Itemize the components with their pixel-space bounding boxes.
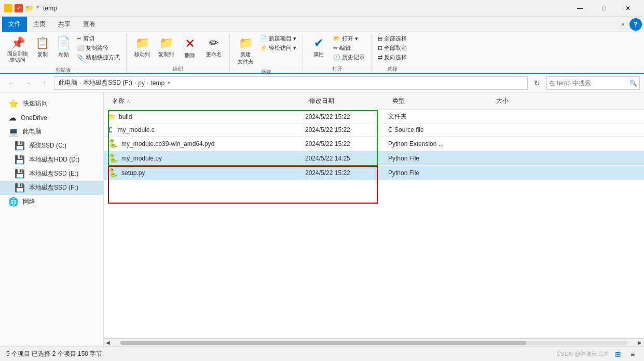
c-file-icon: C	[108, 126, 112, 134]
file-area: 名称 ∧ 修改日期 类型 大小	[104, 92, 644, 346]
sidebar-item-d[interactable]: 💾 本地磁盘HDD (D:)	[0, 153, 103, 167]
ribbon-open-button[interactable]: 📂 打开 ▾	[331, 34, 367, 43]
properties-icon: ✔	[314, 36, 323, 50]
sidebar-item-quickaccess[interactable]: ⭐ 快速访问	[0, 97, 103, 111]
file-date-my-module-py: 2024/5/22 14:25	[305, 155, 388, 162]
file-name-my-module-py: 🐍 my_module.py	[108, 153, 305, 163]
file-row-my-module-pyd[interactable]: 🐍 my_module.cp39-win_amd64.pyd 2024/5/22…	[104, 137, 644, 151]
path-dropdown-arrow[interactable]: ▾	[168, 80, 170, 86]
ribbon-group-organize: 📁 移动到 📁 复制到 ✕ 删除 ✏ 重命名 组织	[131, 34, 230, 73]
sidebar-item-onedrive[interactable]: ☁ OneDrive	[0, 111, 103, 125]
ribbon-invertselect-button[interactable]: ⇄ 反向选择	[376, 53, 409, 62]
menu-file[interactable]: 文件	[2, 17, 27, 32]
ribbon-delete-button[interactable]: ✕ 删除	[179, 34, 201, 61]
c-drive-icon: 💾	[15, 141, 25, 151]
ribbon-rename-button[interactable]: ✏ 重命名	[202, 34, 225, 60]
file-row-setup-py[interactable]: 🐍 setup.py 2024/5/22 15:22 Python File	[104, 166, 644, 180]
menu-share[interactable]: 共享	[52, 17, 77, 32]
ribbon-properties-button[interactable]: ✔ 属性	[307, 34, 330, 60]
d-drive-icon: 💾	[15, 155, 25, 165]
file-name-my-module-c: C my_module.c	[108, 126, 305, 134]
ribbon-new-small: 📄 新建项目 ▾ ⚡ 轻松访问 ▾	[258, 34, 298, 52]
col-name-label: 名称	[112, 97, 125, 105]
rename-icon: ✏	[209, 36, 218, 50]
ribbon-newfolder-button[interactable]: 📁 新建文件夹	[234, 34, 257, 68]
search-box[interactable]: 🔍	[546, 76, 640, 90]
quickaccess-icon: ⭐	[8, 99, 19, 109]
path-part-py: py	[138, 79, 145, 87]
file-date-build: 2024/5/22 15:22	[305, 113, 388, 121]
delete-icon: ✕	[185, 36, 195, 51]
e-drive-icon: 💾	[15, 169, 25, 179]
menu-home[interactable]: 主页	[27, 17, 52, 32]
menu-view[interactable]: 查看	[77, 17, 102, 32]
sidebar-item-c[interactable]: 💾 系统SSD (C:)	[0, 139, 103, 153]
maximize-button[interactable]: □	[592, 0, 616, 17]
col-size-header[interactable]: 大小	[492, 95, 533, 108]
sidebar-item-e-label: 本地磁盘SSD (E:)	[29, 169, 78, 178]
address-path[interactable]: 此电脑 › 本地磁盘SSD (F:) › py › temp ▾	[54, 76, 528, 90]
hscroll-right-arrow[interactable]: ▶	[636, 339, 644, 347]
sidebar-item-c-label: 系统SSD (C:)	[29, 141, 66, 150]
ribbon-group-new-content: 📁 新建文件夹 📄 新建项目 ▾ ⚡ 轻松访问 ▾	[234, 34, 298, 68]
title-icon-folder	[4, 4, 12, 12]
ribbon-paste-shortcut-button[interactable]: 📎 粘贴快捷方式	[75, 53, 122, 62]
col-type-label: 类型	[392, 97, 405, 105]
ribbon-copyto-button[interactable]: 📁 复制到	[155, 34, 177, 60]
ribbon-moveto-button[interactable]: 📁 移动到	[131, 34, 154, 60]
copy-icon: 📋	[35, 36, 49, 50]
address-bar: ← → ↑ 此电脑 › 本地磁盘SSD (F:) › py › temp ▾ ↻…	[0, 74, 644, 92]
sidebar-item-thispc[interactable]: 💻 此电脑	[0, 125, 103, 139]
back-button[interactable]: ←	[4, 76, 19, 90]
sidebar-item-d-label: 本地磁盘HDD (D:)	[29, 155, 79, 164]
ribbon-selectall-button[interactable]: ⊞ 全部选择	[376, 34, 409, 43]
ribbon-copy-path-button[interactable]: ⬜ 复制路径	[75, 44, 122, 52]
ribbon-cut-button[interactable]: ✂ 剪切	[75, 34, 122, 43]
file-name-setup-py: 🐍 setup.py	[108, 168, 305, 178]
ribbon-newitem-button[interactable]: 📄 新建项目 ▾	[258, 34, 298, 43]
forward-button[interactable]: →	[21, 76, 35, 90]
sidebar-item-e[interactable]: 💾 本地磁盘SSD (E:)	[0, 167, 103, 181]
ribbon-copy-button[interactable]: 📋 复制	[32, 34, 52, 60]
ribbon-deselectall-button[interactable]: ⊟ 全部取消	[376, 44, 409, 52]
title-dropdown[interactable]: ▾	[36, 4, 39, 12]
py-icon-my-module: 🐍	[108, 153, 118, 163]
hscroll-left-arrow[interactable]: ◀	[104, 339, 112, 347]
col-type-header[interactable]: 类型	[388, 95, 492, 108]
ribbon-select-label: 选择	[376, 65, 409, 73]
ribbon-history-button[interactable]: 🕐 历史记录	[331, 53, 367, 62]
col-date-header[interactable]: 修改日期	[305, 95, 388, 108]
close-button[interactable]: ✕	[616, 0, 640, 17]
help-button[interactable]: ?	[629, 18, 642, 31]
file-name-my-module-pyd: 🐍 my_module.cp39-win_amd64.pyd	[108, 139, 305, 149]
pyd-icon: 🐍	[108, 139, 118, 149]
ribbon-pin-button[interactable]: 📌 固定到快速访问	[4, 34, 31, 65]
ribbon-group-clipboard: 📌 固定到快速访问 📋 复制 📄 粘贴 ✂ 剪切 ⬜ 复制路径 📎 粘贴快捷方式…	[4, 34, 127, 73]
file-date-my-module-c: 2024/5/22 15:22	[305, 126, 388, 133]
ribbon-group-open-content: ✔ 属性 📂 打开 ▾ ✏ 编辑 🕐 历史记录	[307, 34, 367, 64]
col-name-header[interactable]: 名称 ∧	[108, 95, 305, 108]
title-bar-icons: ✓ 📁 ▾	[4, 4, 39, 12]
horizontal-scrollbar[interactable]: ◀ ▶	[104, 338, 644, 346]
search-input[interactable]	[549, 79, 627, 87]
ribbon-easyaccess-button[interactable]: ⚡ 轻松访问 ▾	[258, 44, 298, 52]
sidebar-item-thispc-label: 此电脑	[23, 127, 42, 136]
ribbon-collapse-button[interactable]: ∧	[621, 21, 625, 28]
file-row-build[interactable]: 📁 build 2024/5/22 15:22 文件夹	[104, 110, 644, 124]
ribbon-group-open: ✔ 属性 📂 打开 ▾ ✏ 编辑 🕐 历史记录 打开	[307, 34, 372, 73]
ribbon-paste-button[interactable]: 📄 粘贴	[53, 34, 74, 60]
file-row-my-module-c[interactable]: C my_module.c 2024/5/22 15:22 C Source f…	[104, 124, 644, 137]
ribbon-edit-button[interactable]: ✏ 编辑	[331, 44, 367, 52]
view-btn-list[interactable]: ≡	[627, 349, 638, 359]
refresh-button[interactable]: ↻	[530, 76, 544, 90]
path-part-pc: 此电脑	[59, 78, 77, 87]
sidebar-item-network[interactable]: 🌐 网络	[0, 195, 103, 209]
view-btn-grid[interactable]: ⊞	[613, 349, 623, 359]
minimize-button[interactable]: —	[568, 0, 592, 17]
file-type-my-module-py: Python File	[388, 155, 492, 162]
up-button[interactable]: ↑	[37, 76, 52, 90]
ribbon: 📌 固定到快速访问 📋 复制 📄 粘贴 ✂ 剪切 ⬜ 复制路径 📎 粘贴快捷方式…	[0, 32, 644, 74]
ribbon-group-select-content: ⊞ 全部选择 ⊟ 全部取消 ⇄ 反向选择	[376, 34, 409, 64]
sidebar-item-f[interactable]: 💾 本地磁盘SSD (F:)	[0, 181, 103, 195]
file-row-my-module-py[interactable]: 🐍 my_module.py 2024/5/22 14:25 Python Fi…	[104, 151, 644, 166]
